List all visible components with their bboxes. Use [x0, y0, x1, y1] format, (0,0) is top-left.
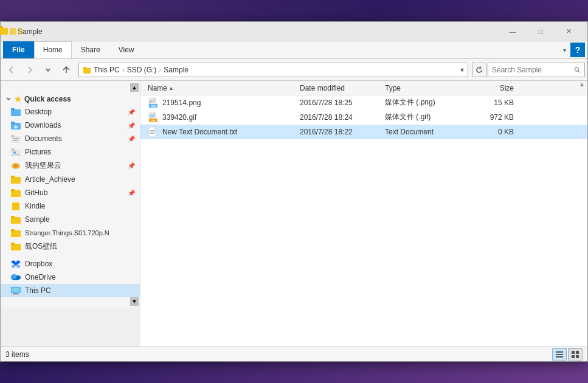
ribbon-expand-button[interactable]: ▾	[558, 41, 570, 58]
sidebar-item-nutstore[interactable]: 我的坚果云 📌	[1, 159, 140, 173]
sidebar-label-documents: Documents	[25, 134, 62, 143]
file-type-gif: 媒体文件 (.gif)	[382, 112, 468, 122]
svg-text:PNG: PNG	[151, 105, 156, 108]
dropdown-icon	[45, 67, 51, 73]
svg-rect-63	[576, 355, 579, 358]
explorer-window: Sample — □ ✕ File Home Share View ▾ ?	[0, 21, 588, 362]
tab-view[interactable]: View	[109, 41, 144, 58]
sidebar-item-desktop[interactable]: Desktop 📌	[1, 105, 140, 119]
search-input[interactable]	[492, 66, 572, 74]
file-size-gif: 972 KB	[468, 113, 516, 122]
sidebar-label-stranger: Stranger.Things.S01.720p.N	[25, 229, 109, 236]
sidebar-header-quick-access[interactable]: ★ Quick access	[1, 92, 140, 105]
file-list: ▲ Name ▲ Date modified Type Size	[140, 81, 587, 347]
sidebar-scroll-down[interactable]: ▼	[1, 297, 140, 306]
file-row-txt[interactable]: New Text Document.txt 2016/7/28 18:22 Te…	[140, 125, 587, 139]
svg-rect-41	[13, 293, 18, 294]
sidebar-item-onedrive[interactable]: OneDrive	[1, 271, 140, 284]
view-details-button[interactable]	[552, 348, 567, 361]
address-bar[interactable]: This PC › SSD (G:) › Sample ▾	[78, 63, 468, 77]
svg-rect-7	[11, 122, 15, 124]
file-type-txt: Text Document	[382, 128, 468, 136]
svg-rect-60	[572, 351, 575, 354]
svg-rect-61	[576, 351, 579, 354]
file-size-png: 15 KB	[468, 98, 516, 107]
svg-rect-1	[83, 67, 86, 69]
header-scroll-up[interactable]: ▲	[579, 81, 585, 88]
breadcrumb-this-pc: This PC	[94, 66, 120, 74]
sidebar-item-sample[interactable]: Sample	[1, 213, 140, 226]
title-bar: Sample — □ ✕	[1, 22, 587, 41]
sidebar-item-dropbox[interactable]: Dropbox	[1, 257, 140, 271]
quick-access-label: Quick access	[24, 95, 71, 103]
refresh-button[interactable]	[472, 63, 486, 77]
sidebar-label-dropbox: Dropbox	[25, 260, 52, 268]
breadcrumb-current: Sample	[164, 66, 189, 74]
file-list-header: ▲ Name ▲ Date modified Type Size	[140, 81, 587, 95]
up-icon	[62, 66, 71, 74]
up-button[interactable]	[58, 61, 75, 78]
toolbar: This PC › SSD (G:) › Sample ▾	[1, 59, 587, 81]
forward-button[interactable]	[21, 61, 38, 78]
file-size-txt: 0 KB	[468, 128, 516, 136]
window-controls: — □ ✕	[499, 22, 583, 41]
back-icon	[7, 66, 16, 74]
refresh-icon	[475, 66, 483, 74]
sidebar-item-this-pc[interactable]: This PC	[1, 284, 140, 297]
col-header-date[interactable]: Date modified	[297, 81, 382, 95]
sidebar-label-onedrive: OneDrive	[25, 273, 56, 281]
pin-icon-github: 📌	[128, 190, 135, 196]
folder-xenos-icon	[10, 242, 21, 252]
tab-share[interactable]: Share	[72, 41, 109, 58]
dropbox-icon	[10, 259, 21, 269]
svg-rect-40	[12, 288, 19, 292]
sidebar-scroll-up[interactable]: ▲	[1, 83, 140, 92]
sidebar-item-pictures[interactable]: Pictures	[1, 145, 140, 159]
svg-rect-10	[13, 138, 19, 139]
sidebar-item-stranger[interactable]: Stranger.Things.S01.720p.N	[1, 226, 140, 240]
tab-file[interactable]: File	[3, 41, 34, 58]
file-name-txt: New Text Document.txt	[145, 126, 297, 137]
help-button[interactable]: ?	[570, 43, 585, 57]
svg-rect-21	[12, 202, 19, 210]
sidebar-item-downloads[interactable]: Downloads 📌	[1, 119, 140, 132]
file-row-gif[interactable]: GIF 339420.gif 2016/7/28 18:24 媒体文件 (.gi…	[140, 110, 587, 125]
svg-rect-9	[11, 135, 15, 137]
folder-icon-small	[83, 66, 91, 74]
col-header-name[interactable]: Name ▲	[145, 81, 297, 95]
back-button[interactable]	[3, 61, 20, 78]
maximize-button[interactable]: □	[527, 22, 555, 41]
sidebar-item-article[interactable]: Article_Achieve	[1, 173, 140, 186]
col-header-type[interactable]: Type	[382, 81, 468, 95]
svg-point-38	[16, 275, 21, 279]
svg-rect-42	[12, 294, 19, 295]
view-large-icons-button[interactable]	[568, 348, 583, 361]
ribbon: File Home Share View ▾ ?	[1, 41, 587, 59]
sidebar-item-github[interactable]: GitHub 📌	[1, 186, 140, 199]
close-button[interactable]: ✕	[555, 22, 583, 41]
svg-rect-59	[556, 356, 563, 357]
col-header-size[interactable]: Size	[468, 81, 516, 95]
svg-rect-5	[11, 108, 15, 111]
sidebar-label-xenos: 氙OS壁纸	[25, 241, 57, 252]
breadcrumb-ssd: SSD (G:)	[127, 66, 157, 74]
search-box[interactable]	[488, 63, 585, 77]
svg-line-3	[578, 71, 580, 72]
pin-icon-downloads: 📌	[128, 122, 135, 129]
folder-github-icon	[10, 188, 21, 198]
svg-rect-20	[11, 189, 15, 191]
this-pc-icon	[10, 286, 21, 295]
pin-icon: 📌	[128, 109, 135, 116]
recent-locations-button[interactable]	[40, 61, 57, 78]
file-row-png[interactable]: PNG 219514.png 2016/7/28 18:25 媒体文件 (.pn…	[140, 95, 587, 110]
tab-home[interactable]: Home	[34, 41, 72, 58]
sidebar-item-xenos[interactable]: 氙OS壁纸	[1, 240, 140, 254]
sidebar-label-article: Article_Achieve	[25, 175, 75, 184]
minimize-button[interactable]: —	[499, 22, 527, 41]
pin-icon-nutstore: 📌	[128, 162, 135, 169]
sidebar-item-documents[interactable]: Documents 📌	[1, 132, 140, 145]
sidebar-item-kindle[interactable]: Kindle	[1, 199, 140, 213]
address-dropdown-button[interactable]: ▾	[460, 66, 464, 74]
item-count: 3 items	[5, 350, 29, 359]
svg-rect-23	[13, 205, 18, 205]
